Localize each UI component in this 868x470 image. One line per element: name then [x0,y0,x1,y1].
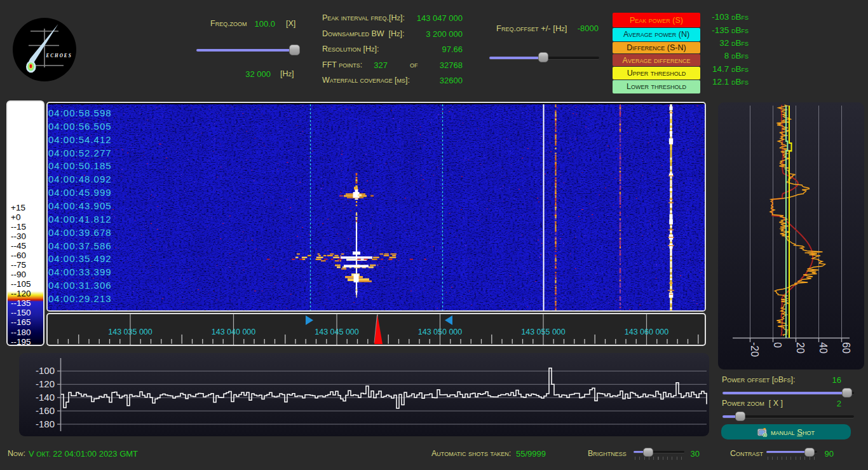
svg-text:40: 40 [818,342,829,354]
svg-text:04:00:29.213: 04:00:29.213 [48,293,112,304]
svg-text:04:00:50.185: 04:00:50.185 [48,160,112,171]
svg-text:04:00:43.905: 04:00:43.905 [48,200,112,211]
svg-text:143 060 000: 143 060 000 [625,328,669,336]
svg-text:04:00:54.412: 04:00:54.412 [48,134,112,145]
svg-text:20: 20 [795,342,806,354]
svg-text:04:00:35.492: 04:00:35.492 [48,253,112,264]
svg-text:143 055 000: 143 055 000 [521,328,566,336]
svg-text:04:00:48.092: 04:00:48.092 [48,174,112,184]
svg-text:-120: -120 [36,378,55,389]
svg-text:60: 60 [841,342,851,354]
svg-text:-140: -140 [36,392,55,403]
svg-text:ECHOES: ECHOES [46,53,72,59]
svg-text:143 050 000: 143 050 000 [418,328,463,336]
svg-text:0: 0 [772,342,783,348]
svg-text:04:00:45.999: 04:00:45.999 [48,187,112,198]
svg-text:04:00:31.306: 04:00:31.306 [48,280,112,291]
svg-text:04:00:52.277: 04:00:52.277 [48,148,112,158]
svg-text:143 040 000: 143 040 000 [212,328,256,336]
svg-text:143 045 000: 143 045 000 [315,328,359,336]
svg-text:143 035 000: 143 035 000 [108,328,153,336]
svg-text:04:00:37.586: 04:00:37.586 [48,240,112,251]
svg-text:04:00:41.812: 04:00:41.812 [48,214,112,225]
svg-text:04:00:39.678: 04:00:39.678 [48,227,112,238]
svg-text:04:00:33.399: 04:00:33.399 [48,266,112,277]
svg-text:04:00:56.505: 04:00:56.505 [48,121,112,132]
svg-text:-160: -160 [36,405,55,416]
svg-text:-180: -180 [36,418,55,429]
svg-text:-100: -100 [36,365,55,376]
svg-text:-20: -20 [749,342,760,357]
svg-text:04:00:58.598: 04:00:58.598 [48,107,112,118]
